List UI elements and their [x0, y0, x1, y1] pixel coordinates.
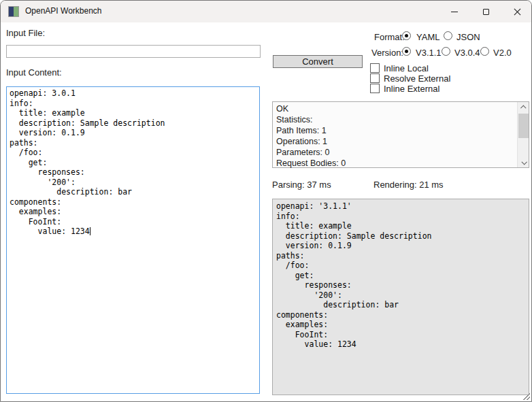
chevron-up-icon: [520, 105, 526, 110]
input-content-editor[interactable]: openapi: 3.0.1 info: title: example desc…: [6, 86, 260, 394]
version-radio-v20[interactable]: [480, 47, 489, 56]
app-icon: [8, 6, 19, 17]
input-file-label: Input File:: [6, 28, 45, 38]
status-line: Path Items: 1: [276, 125, 517, 136]
status-line: Operations: 1: [276, 136, 517, 147]
input-content-label: Input Content:: [6, 67, 62, 78]
parsing-time-label: Parsing: 37 ms: [272, 180, 331, 190]
version-radio-v304[interactable]: [442, 47, 450, 56]
convert-button[interactable]: Convert: [273, 55, 363, 68]
format-radio-yaml-label[interactable]: YAML: [416, 32, 439, 42]
chevron-down-icon: [521, 159, 527, 165]
text-caret: [90, 227, 90, 235]
resolve-external-checkbox-label[interactable]: Resolve External: [384, 73, 450, 84]
input-file-field[interactable]: [6, 45, 261, 58]
format-radio-yaml[interactable]: [402, 31, 411, 40]
resolve-external-checkbox[interactable]: [370, 73, 380, 83]
minimize-icon: [451, 12, 458, 12]
app-icon-right: [14, 7, 18, 16]
format-radio-json-label[interactable]: JSON: [456, 32, 480, 42]
status-line: Request Bodies: 0: [276, 158, 517, 169]
version-label: Version:: [371, 48, 403, 58]
format-label: Format:: [374, 32, 405, 42]
version-radio-v20-label[interactable]: V2.0: [493, 48, 512, 58]
format-radio-json[interactable]: [444, 31, 452, 40]
close-icon: [514, 8, 521, 16]
version-radio-v311-label[interactable]: V3.1.1: [416, 48, 442, 58]
scroll-up-button[interactable]: [518, 102, 529, 112]
inline-local-checkbox-label[interactable]: Inline Local: [384, 63, 429, 73]
version-radio-v304-label[interactable]: V3.0.4: [454, 48, 480, 58]
app-icon-left: [9, 7, 14, 16]
status-panel: OK Statistics: Path Items: 1 Operations:…: [272, 101, 529, 168]
inline-external-checkbox[interactable]: [370, 84, 380, 93]
output-content-view: openapi: '3.1.1' info: title: example de…: [272, 199, 529, 395]
status-line: Parameters: 0: [276, 147, 517, 158]
version-radio-v311[interactable]: [402, 47, 411, 56]
status-line: Statistics:: [276, 114, 517, 125]
window-title: OpenAPI Workbench: [25, 6, 102, 16]
scrollbar-thumb[interactable]: [518, 114, 529, 138]
rendering-time-label: Rendering: 21 ms: [373, 180, 444, 190]
status-lines: OK Statistics: Path Items: 1 Operations:…: [273, 102, 517, 169]
inline-external-checkbox-label[interactable]: Inline External: [384, 84, 439, 94]
close-button[interactable]: [501, 1, 532, 22]
titlebar: OpenAPI Workbench: [1, 1, 531, 22]
status-line: OK: [276, 103, 517, 114]
resize-grip[interactable]: [522, 392, 530, 400]
scroll-down-button[interactable]: [518, 157, 529, 167]
minimize-button[interactable]: [439, 1, 470, 22]
maximize-icon: [483, 9, 489, 15]
app-window: OpenAPI Workbench Input File: Input Cont…: [0, 0, 532, 402]
inline-local-checkbox[interactable]: [370, 63, 380, 73]
status-scrollbar[interactable]: [517, 102, 529, 167]
maximize-button[interactable]: [470, 1, 501, 22]
